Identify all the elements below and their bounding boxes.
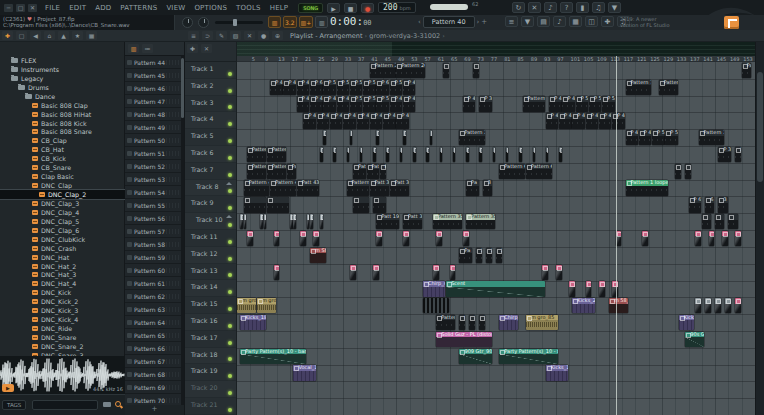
tree-item-dnc-clap[interactable]: DNC_Clap [0,181,125,190]
pattern-row-pattern-62[interactable]: Pattern 62 [125,290,184,303]
maximize-button[interactable]: ▢ [16,4,25,12]
pattern-row-pattern-67[interactable]: Pattern 67 [125,355,184,368]
mixer-icon[interactable]: ▦ [569,16,582,27]
clip[interactable] [728,214,737,229]
clip-pa[interactable]: Pa [466,180,478,195]
clip[interactable] [360,147,363,162]
clip-pattern-61[interactable]: Pattern 61 [267,147,286,162]
tree-item-basic-808-snare[interactable]: Basic 808 Snare [0,128,125,137]
track-mute-led[interactable] [228,324,232,328]
clip[interactable] [353,197,369,212]
tree-item-dnc-clap-2[interactable]: DNC_Clap_2 [0,190,125,199]
clip-p-4[interactable]: P 4 [639,130,651,145]
clip-kicks-31[interactable]: Kicks_31 [679,315,695,330]
clip[interactable] [586,281,592,296]
clip[interactable] [722,231,728,246]
tree-item-dnc-hat[interactable]: DNC_Hat [0,253,125,262]
clip[interactable] [426,147,429,162]
clip-p-4[interactable]: P 4 [303,113,315,128]
minimize-button[interactable]: ─ [4,4,13,12]
clip-p-4[interactable]: P 4 [390,96,402,111]
tree-item-basic-808-hihat[interactable]: Basic 808 HiHat [0,110,125,119]
track-header-track-2[interactable]: Track 2 [185,79,236,96]
clip[interactable] [307,214,310,229]
clip-patt-43[interactable]: Patt 43 [297,180,319,195]
track-mute-led[interactable] [228,307,232,311]
clip-3[interactable]: 3 [483,180,492,195]
clip[interactable] [695,231,701,246]
tree-item-basic-808-kick[interactable]: Basic 808 Kick [0,119,125,128]
clip[interactable] [440,147,443,162]
clip[interactable] [493,147,496,162]
clear-icon[interactable]: ✕ [201,44,212,53]
brush-icon[interactable]: ▧ [230,31,241,40]
tree-item-cb-hat[interactable]: CB_Hat [0,145,125,154]
clip-p-4[interactable]: P 4 [330,113,342,128]
clip-pattern-35[interactable]: Pattern 35 [433,214,462,229]
tree-item-dnc-kick-3[interactable]: DNC_Kick_3 [0,306,125,315]
track-header-track-9[interactable]: Track 9 [185,196,236,213]
pattern-add-button[interactable]: + [125,405,184,415]
update-notice[interactable]: 2019: A newer version of FL Studio [620,16,670,28]
clip-pattern-39[interactable]: Pattern 39 [459,130,485,145]
clip-3[interactable]: 3 [735,147,741,162]
clip-p-4[interactable]: P 4 [310,96,322,111]
track-header-track-13[interactable]: Track 13 [185,264,236,281]
clip[interactable] [313,231,319,246]
pattern-row-pattern-57[interactable]: Pattern 57 [125,225,184,238]
tree-item-dnc-clap-3[interactable]: DNC_Clap_3 [0,199,125,208]
clip-vocal-15[interactable]: Vocal_15 [293,365,315,380]
badge-0[interactable]: ▥ [268,16,281,28]
clip[interactable] [450,265,456,280]
clip-3[interactable]: 3 [479,315,485,330]
clip[interactable] [347,147,350,162]
clip-p-4[interactable]: P 4 [297,96,309,111]
clip[interactable] [264,214,267,229]
tree-item-basic-808-clap[interactable]: Basic 808 Clap [0,101,125,110]
track-header-track-3[interactable]: Track 3 [185,96,236,113]
menu-file[interactable]: FILE [45,4,60,12]
track-header-track-11[interactable]: Track 11 [185,230,236,247]
clip-p-5[interactable]: P 5 [350,80,362,95]
clip[interactable] [333,147,336,162]
browser-icon[interactable]: ♪ [553,16,566,27]
clip[interactable] [473,63,479,78]
clip-p-5[interactable]: P 5 [376,96,388,111]
pattern-row-pattern-65[interactable]: Pattern 65 [125,329,184,342]
clip-p-6[interactable]: P 6 [376,80,388,95]
clip-m-58-1[interactable]: m 58_1 [609,298,628,313]
playlist-grid[interactable]: Pattern 26Pattern 26PaP 4P 4P 4P 6P 5P 5… [237,62,755,415]
pattern-prev-icon[interactable]: ‹ [418,18,421,26]
add-icon[interactable]: ✚ [2,31,13,40]
clip-p-4[interactable]: P 4 [562,96,574,111]
tree-item-dnc-clap-4[interactable]: DNC_Clap_4 [0,208,125,217]
clip-p-4[interactable]: P 4 [546,113,558,128]
pattern-row-pattern-59[interactable]: Pattern 59 [125,251,184,264]
tree-item-dnc-crash[interactable]: DNC_Crash [0,244,125,253]
menu-add[interactable]: ADD [95,4,111,12]
pattern-row-pattern-48[interactable]: Pattern 48 [125,108,184,121]
search-icon[interactable] [115,401,122,408]
clip[interactable] [430,130,433,145]
clip-p-5[interactable]: P 5 [652,130,664,145]
group-collapse-icon[interactable] [226,182,232,185]
track-header-track-19[interactable]: Track 19 [185,364,236,381]
record-button[interactable]: ● [361,3,374,13]
track-mute-led[interactable] [228,408,232,412]
tree-item-drums[interactable]: Drums [0,83,125,92]
tree-item-dnc-snare[interactable]: DNC_Snare [0,333,125,342]
clip-p-4[interactable]: P 4 [612,113,624,128]
clip-3[interactable]: 3 [718,197,727,212]
clip[interactable] [300,231,306,246]
clip[interactable] [715,214,724,229]
clip-p-4[interactable]: P 4 [559,113,571,128]
track-mute-led[interactable] [228,391,232,395]
tag-search-input[interactable] [32,400,98,410]
playlist-icon[interactable]: ≡ [505,16,518,27]
track-header-track-10[interactable]: Track 10 [185,213,236,230]
clip-p[interactable]: P [459,315,465,330]
clip-patt-13[interactable]: Patt 13 [367,164,379,179]
menu-view[interactable]: VIEW [166,4,185,12]
track-mute-led[interactable] [228,240,232,244]
clip[interactable] [436,231,442,246]
